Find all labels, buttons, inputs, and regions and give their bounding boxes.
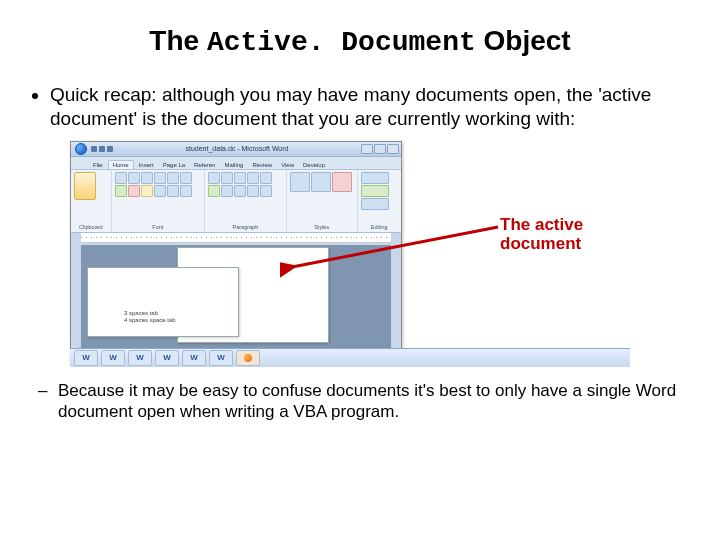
ruler xyxy=(81,233,391,243)
maximize-icon xyxy=(374,144,386,154)
font-icon xyxy=(180,172,192,184)
title-code: Active. Document xyxy=(207,27,476,58)
group-label: Styles xyxy=(290,224,354,230)
title-post: Object xyxy=(476,25,571,56)
tab-mailings: Mailing xyxy=(220,161,247,169)
minimize-icon xyxy=(361,144,373,154)
style-icon xyxy=(311,172,331,192)
taskbar xyxy=(70,348,630,367)
window-title: student_data.dc - Microsoft Word xyxy=(186,145,289,152)
tab-home: Home xyxy=(108,160,134,169)
para-icon xyxy=(234,185,246,197)
font-icon xyxy=(167,185,179,197)
para-icon xyxy=(247,185,259,197)
font-icon xyxy=(141,185,153,197)
bullet-list: Quick recap: although you may have many … xyxy=(50,83,690,131)
slide-title: The Active. Document Object xyxy=(30,25,690,58)
close-icon xyxy=(387,144,399,154)
group-paragraph: Paragraph xyxy=(205,170,287,232)
title-bar: student_data.dc - Microsoft Word xyxy=(71,142,401,157)
font-icon xyxy=(154,185,166,197)
style-icon xyxy=(332,172,352,192)
font-icon xyxy=(154,172,166,184)
font-icon xyxy=(167,172,179,184)
group-label: Editing xyxy=(361,224,398,230)
style-icon xyxy=(290,172,310,192)
para-icon xyxy=(221,185,233,197)
doc-text: 3 spaces.tab 4 spaces space.tab xyxy=(124,310,176,324)
taskbar-firefox-icon xyxy=(236,350,260,366)
slide: The Active. Document Object Quick recap:… xyxy=(0,0,720,540)
ribbon: Clipboard Font Paragraph xyxy=(71,170,401,233)
sub-bullet-list: Because it may be easy to confuse docume… xyxy=(58,380,690,423)
font-icon xyxy=(128,185,140,197)
group-editing: Editing xyxy=(358,170,401,232)
taskbar-word-icon xyxy=(101,350,125,366)
title-pre: The xyxy=(149,25,207,56)
figure: student_data.dc - Microsoft Word File Ho… xyxy=(70,141,630,366)
group-label: Clipboard xyxy=(74,224,108,230)
font-icon xyxy=(180,185,192,197)
taskbar-word-icon xyxy=(209,350,233,366)
para-icon xyxy=(208,185,220,197)
font-icon xyxy=(128,172,140,184)
para-icon xyxy=(247,172,259,184)
taskbar-word-icon xyxy=(128,350,152,366)
font-icon xyxy=(115,185,127,197)
tab-references: Referen xyxy=(190,161,219,169)
group-styles: Styles xyxy=(287,170,358,232)
taskbar-word-icon xyxy=(155,350,179,366)
replace-icon xyxy=(361,185,389,197)
word-window: student_data.dc - Microsoft Word File Ho… xyxy=(70,141,402,363)
font-icon xyxy=(115,172,127,184)
para-icon xyxy=(234,172,246,184)
tab-insert: Insert xyxy=(135,161,158,169)
find-icon xyxy=(361,172,389,184)
para-icon xyxy=(208,172,220,184)
taskbar-word-icon xyxy=(182,350,206,366)
group-label: Font xyxy=(115,224,201,230)
para-icon xyxy=(221,172,233,184)
select-icon xyxy=(361,198,389,210)
office-orb-icon xyxy=(75,143,87,155)
font-icon xyxy=(141,172,153,184)
group-label: Paragraph xyxy=(208,224,283,230)
para-icon xyxy=(260,172,272,184)
window-controls xyxy=(361,144,399,154)
paste-icon xyxy=(74,172,96,200)
tab-file: File xyxy=(89,161,107,169)
tab-developer: Develop xyxy=(299,161,329,169)
quick-access-toolbar xyxy=(91,146,113,152)
tab-pagelayout: Page La xyxy=(159,161,189,169)
group-font: Font xyxy=(112,170,205,232)
bullet-item-2: Because it may be easy to confuse docume… xyxy=(58,380,690,423)
tab-review: Review xyxy=(248,161,276,169)
document-area: 3 spaces.tab 4 spaces space.tab xyxy=(81,245,391,353)
callout-label: The active document xyxy=(500,215,630,254)
tab-view: View xyxy=(277,161,298,169)
ribbon-tabs: File Home Insert Page La Referen Mailing… xyxy=(71,157,401,170)
active-document: 3 spaces.tab 4 spaces space.tab xyxy=(87,267,239,337)
para-icon xyxy=(260,185,272,197)
group-clipboard: Clipboard xyxy=(71,170,112,232)
taskbar-word-icon xyxy=(74,350,98,366)
bullet-item-1: Quick recap: although you may have many … xyxy=(50,83,690,131)
